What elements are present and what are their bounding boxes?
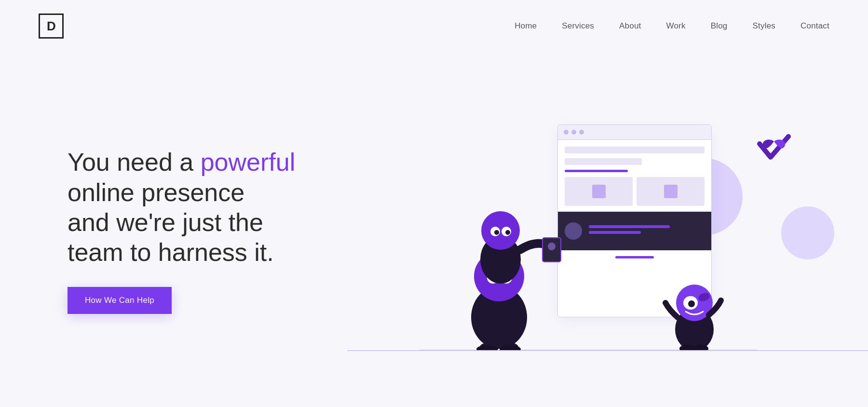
- browser-content-row-1: [565, 147, 705, 153]
- nav-blog[interactable]: Blog: [711, 21, 728, 31]
- browser-dark-line-1: [589, 225, 670, 228]
- main-nav: Home Services About Work Blog Styles Con…: [515, 21, 829, 31]
- ground-line: [347, 350, 868, 351]
- nav-styles[interactable]: Styles: [753, 21, 776, 31]
- cta-button[interactable]: How We Can Help: [68, 287, 172, 314]
- browser-dark-lines: [589, 225, 705, 237]
- header: D Home Services About Work Blog Styles C…: [0, 0, 868, 52]
- heading-part3: and we're just the team to harness it.: [68, 208, 274, 266]
- svg-point-2: [474, 251, 524, 301]
- logo-letter: D: [47, 19, 55, 34]
- browser-dark-line-2: [589, 231, 641, 234]
- browser-dark-circle: [565, 222, 582, 240]
- browser-card-row: [565, 177, 705, 206]
- nav-work[interactable]: Work: [666, 21, 686, 31]
- hero-section: You need a powerful online presence and …: [0, 52, 868, 380]
- logo[interactable]: D: [39, 14, 64, 39]
- browser-card-1: [565, 177, 633, 206]
- svg-point-11: [480, 235, 521, 284]
- svg-point-5: [501, 272, 512, 284]
- browser-titlebar: [558, 125, 711, 140]
- purple-circle-small: [781, 206, 834, 259]
- heading-part1: You need a: [68, 148, 201, 176]
- browser-accent-bar-1: [565, 170, 628, 172]
- browser-bottom-bar: [615, 256, 654, 258]
- nav-about[interactable]: About: [619, 21, 641, 31]
- svg-point-16: [505, 230, 510, 235]
- hero-heading: You need a powerful online presence and …: [68, 147, 318, 268]
- svg-point-1: [471, 286, 527, 349]
- browser-mockup: [557, 124, 712, 317]
- browser-dot-3: [579, 130, 584, 135]
- heading-part2: online presence: [68, 178, 244, 206]
- browser-card-icon-1: [592, 185, 606, 198]
- browser-dot-1: [564, 130, 569, 135]
- svg-point-13: [490, 227, 500, 236]
- svg-point-12: [481, 211, 520, 250]
- hero-text: You need a powerful online presence and …: [68, 147, 318, 314]
- bird-icon: [757, 134, 791, 163]
- browser-card-icon-2: [664, 185, 678, 198]
- browser-content: [558, 140, 711, 206]
- browser-dark-bar: [558, 212, 711, 250]
- nav-home[interactable]: Home: [515, 21, 537, 31]
- cta-label: How We Can Help: [85, 296, 154, 305]
- svg-point-4: [491, 276, 497, 282]
- heading-highlight: powerful: [201, 148, 296, 176]
- svg-point-18: [548, 243, 556, 250]
- browser-card-2: [637, 177, 705, 206]
- nav-contact[interactable]: Contact: [800, 21, 829, 31]
- nav-services[interactable]: Services: [562, 21, 594, 31]
- browser-dot-2: [571, 130, 576, 135]
- browser-content-row-2: [565, 158, 642, 165]
- svg-point-3: [487, 272, 499, 284]
- svg-point-15: [502, 227, 511, 236]
- svg-point-14: [494, 230, 499, 235]
- svg-point-6: [505, 276, 511, 282]
- hero-illustration: [347, 110, 829, 351]
- browser-bottom: [558, 250, 711, 264]
